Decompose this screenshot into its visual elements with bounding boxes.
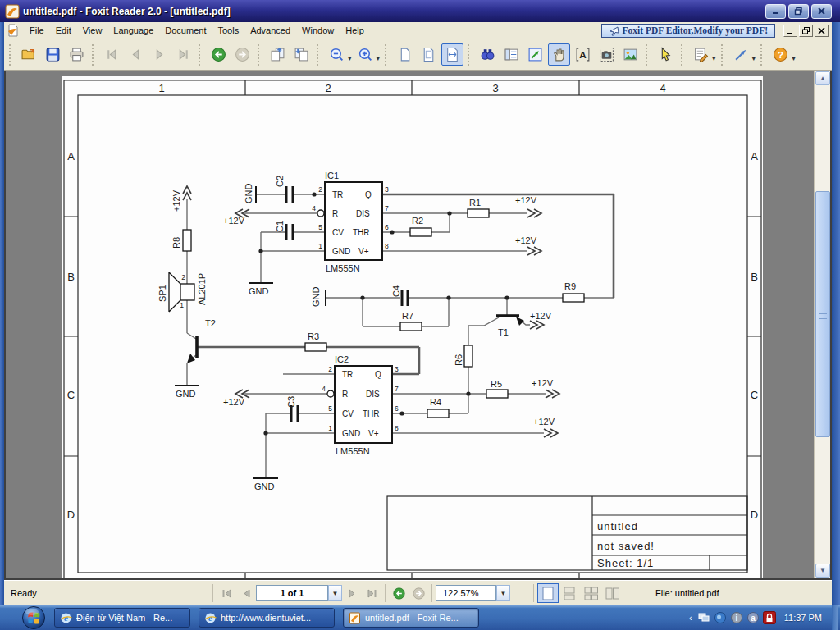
scroll-up-button[interactable]: ▲: [815, 71, 830, 85]
open-button[interactable]: [18, 43, 40, 66]
toolbar-grip[interactable]: [721, 44, 727, 66]
toolbar-grip[interactable]: [199, 44, 204, 66]
menu-window[interactable]: Window: [296, 24, 340, 37]
taskbar-item-foxit[interactable]: untitled.pdf - Foxit Re...: [343, 608, 479, 628]
mdi-minimize-button[interactable]: [783, 25, 797, 37]
taskbar-item-browser-1[interactable]: e Điện từ Việt Nam - Re...: [54, 608, 190, 628]
tray-app-icon-a[interactable]: a: [746, 611, 760, 624]
toolbar-grip[interactable]: [760, 44, 766, 66]
find-icon: [480, 47, 495, 62]
r4-label: R4: [430, 397, 441, 407]
next-view-button[interactable]: [290, 43, 313, 66]
network-icon[interactable]: [697, 611, 710, 624]
r9-label: R9: [564, 281, 576, 291]
continuous-facing-layout-button[interactable]: [580, 583, 601, 603]
next-page-button[interactable]: [342, 584, 362, 602]
zoom-in-button[interactable]: [354, 43, 377, 66]
page-dropdown-button[interactable]: ▼: [328, 585, 342, 601]
help-button[interactable]: ?: [769, 43, 792, 66]
document-area[interactable]: 1 2 3 4 1 2 3 4 A B C D A B C D untitled…: [4, 71, 832, 580]
print-button[interactable]: [66, 43, 88, 66]
note-button[interactable]: [690, 43, 712, 66]
menu-file[interactable]: File: [24, 24, 50, 37]
fit-width-button[interactable]: [441, 43, 463, 66]
scroll-down-button[interactable]: ▼: [815, 564, 830, 578]
bookmarks-button[interactable]: [500, 43, 523, 66]
page-number-box[interactable]: 1 of 1: [256, 585, 328, 601]
taskbar-edge-strip[interactable]: [832, 605, 838, 630]
menu-view[interactable]: View: [77, 24, 108, 37]
column-label: 1: [158, 82, 164, 94]
toolbar-grip[interactable]: [258, 44, 263, 66]
note-caret[interactable]: ▾: [712, 54, 716, 62]
hand-tool-button[interactable]: [548, 43, 570, 66]
help-icon: ?: [773, 47, 788, 62]
snapshot-button[interactable]: [596, 43, 618, 66]
taskbar-clock[interactable]: 11:37 PM: [784, 613, 822, 623]
security-lock-icon[interactable]: [763, 611, 776, 624]
image-button[interactable]: [619, 43, 641, 66]
drawing-caret[interactable]: ▾: [752, 54, 756, 62]
fit-page-button[interactable]: [418, 43, 440, 66]
next-page-icon: [346, 587, 358, 600]
close-button[interactable]: [811, 4, 832, 19]
drawing-button[interactable]: [730, 43, 752, 66]
vertical-scrollbar[interactable]: ▲ ▼: [814, 71, 830, 578]
last-page-button[interactable]: [172, 43, 194, 66]
menu-tools[interactable]: Tools: [212, 24, 244, 37]
prev-page-button[interactable]: [125, 43, 147, 66]
tray-app-icon-i[interactable]: i: [730, 611, 743, 624]
single-page-layout-button[interactable]: [537, 583, 559, 603]
back-button[interactable]: [208, 43, 230, 66]
first-page-button[interactable]: [101, 43, 123, 66]
save-button[interactable]: [42, 43, 64, 66]
select-text-button[interactable]: A: [572, 43, 594, 66]
menu-help[interactable]: Help: [340, 24, 370, 37]
toolbar-grip[interactable]: [681, 44, 687, 66]
r3-label: R3: [308, 331, 319, 341]
menu-language[interactable]: Language: [107, 24, 159, 37]
zoom-out-caret[interactable]: ▾: [348, 54, 352, 62]
toolbar-grip[interactable]: [646, 44, 651, 66]
restore-button[interactable]: [788, 4, 809, 19]
select-annotation-button[interactable]: [655, 43, 677, 66]
mdi-close-button[interactable]: [815, 25, 829, 37]
find-button[interactable]: [477, 43, 499, 66]
arrow-tool-icon: [733, 47, 749, 62]
zoom-value-box[interactable]: 122.57%: [436, 585, 496, 601]
next-page-button[interactable]: [148, 43, 171, 66]
scroll-thumb[interactable]: [815, 191, 830, 437]
tray-app-icon-blue[interactable]: [714, 611, 727, 624]
start-orb-icon[interactable]: [21, 605, 46, 630]
toolbar-grip[interactable]: [468, 44, 473, 66]
forward-button[interactable]: [409, 584, 428, 602]
minimize-button[interactable]: [765, 4, 786, 19]
last-page-button[interactable]: [362, 584, 381, 602]
forward-button[interactable]: [231, 43, 253, 66]
toolbar-grip[interactable]: [385, 44, 390, 66]
continuous-layout-button[interactable]: [559, 583, 580, 603]
tray-collapse-icon[interactable]: ‹: [689, 613, 692, 623]
foxit-editor-banner[interactable]: Foxit PDF Editor,Modify your PDF!: [601, 24, 776, 38]
export-button[interactable]: [524, 43, 546, 66]
taskbar-item-browser-2[interactable]: e http://www.dientuviet...: [199, 608, 335, 628]
toolbar-grip[interactable]: [9, 44, 15, 66]
prev-page-button[interactable]: [236, 584, 256, 602]
help-caret[interactable]: ▾: [792, 54, 796, 62]
toolbar-grip[interactable]: [92, 44, 98, 66]
c3-label: C3: [286, 396, 296, 408]
mdi-restore-button[interactable]: [799, 25, 813, 37]
next-page-icon: [152, 47, 167, 62]
zoom-in-caret[interactable]: ▾: [377, 54, 381, 62]
menu-advanced[interactable]: Advanced: [244, 24, 296, 37]
toolbar-grip[interactable]: [317, 44, 322, 66]
menu-document[interactable]: Document: [159, 24, 212, 37]
facing-layout-button[interactable]: [601, 583, 623, 603]
back-button[interactable]: [389, 584, 409, 602]
first-page-button[interactable]: [217, 584, 236, 602]
menu-edit[interactable]: Edit: [50, 24, 77, 37]
zoom-dropdown-button[interactable]: ▼: [496, 585, 510, 601]
prev-view-button[interactable]: [267, 43, 289, 66]
zoom-out-button[interactable]: [326, 43, 348, 66]
actual-size-button[interactable]: [394, 43, 416, 66]
